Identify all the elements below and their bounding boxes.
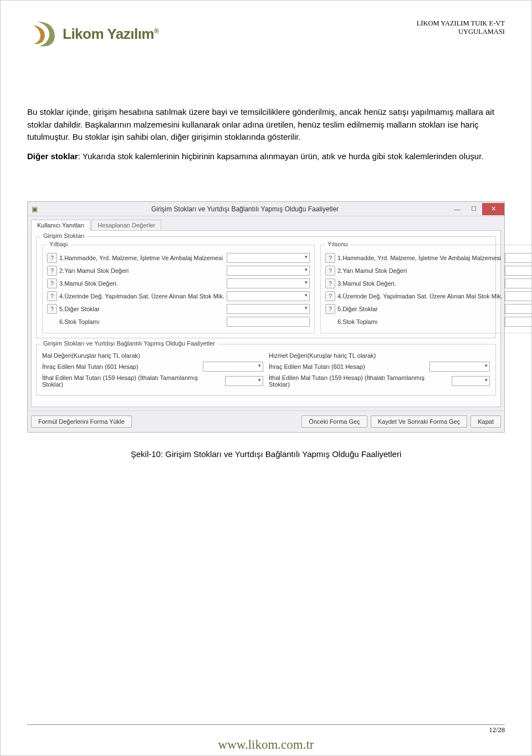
yilbasi-combo-5[interactable]: [227, 304, 310, 314]
header-line-2: UYGULAMASI: [417, 28, 505, 36]
g2-right-row-3: İthal Edilen Mal Tutarı (159 Hesap) (İth…: [269, 374, 490, 388]
p2-rest: : Yukarıda stok kalemlerinin hiçbirinin …: [78, 151, 484, 161]
g2-right-label-1: Hizmet Değeri(Kuruşlar hariç TL olarak): [269, 352, 424, 359]
yilsonu-label-2: 2.Yarı Mamul Stok Değeri: [337, 267, 503, 274]
prev-form-button[interactable]: Önceki Forma Geç: [301, 415, 367, 428]
figure-caption: Şekil-10: Girişim Stokları ve Yurtdışı B…: [27, 449, 505, 459]
g2-left-combo-2[interactable]: [203, 362, 263, 372]
yilsonu-combo-4[interactable]: [505, 291, 532, 301]
yilsonu-label-1: 1.Hammadde, Yrd. Malzeme, İşletme Ve Amb…: [337, 255, 503, 261]
yilsonu-label-6: 6.Stok Toplamı: [325, 318, 503, 325]
yilbasi-label-2: 2.Yarı Mamul Stok Değeri: [59, 267, 224, 274]
header: Likom Yazılım® LİKOM YAZILIM TUIK E-VT U…: [27, 17, 505, 50]
g2-left-combo-3[interactable]: [225, 376, 263, 386]
yilbasi-total-input[interactable]: [227, 317, 310, 327]
page-number: 12/28: [489, 726, 505, 734]
sub-left-title: Yılbaşı: [47, 241, 70, 247]
yilsonu-total-input[interactable]: [505, 317, 532, 327]
yilbasi-label-5: 5.Diğer Stoklar: [59, 306, 224, 312]
yilsonu-label-4: 4.Üzerinde Değ. Yapılmadan Sat. Üzere Al…: [337, 293, 503, 300]
tab-kullanici-yanitlari[interactable]: Kullanıcı Yanıtları: [31, 220, 90, 231]
help-icon[interactable]: ?: [47, 304, 57, 314]
g2-left-row-3: İthal Edilen Mal Tutarı (159 Hesap) (İth…: [42, 374, 263, 388]
window-controls: — ☐ ✕: [449, 203, 504, 215]
app-icon: ▣: [28, 205, 41, 213]
group-girisim-stoklari: Girişim Stokları Yılbaşı ? 1.Hammadde, Y…: [36, 236, 496, 338]
g2-left-label-1: Mal Değeri(Kuruşlar hariç TL olarak): [42, 352, 197, 359]
yilbasi-row-1: ? 1.Hammadde, Yrd. Malzeme, İşletme Ve A…: [47, 253, 310, 263]
help-icon[interactable]: ?: [325, 253, 335, 263]
maximize-button[interactable]: ☐: [466, 203, 482, 215]
yilbasi-label-6: 6.Stok Toplamı: [47, 318, 224, 325]
g2-left-row-2: İhraç Edilen Mal Tutarı (601 Hesap): [42, 362, 263, 372]
yilbasi-row-3: ? 3.Mamul Stok Değeri.: [47, 278, 310, 288]
load-formula-button[interactable]: Formül Değerlerini Forma Yükle: [31, 415, 132, 428]
save-next-button[interactable]: Kaydet Ve Sonraki Forma Geç: [371, 415, 468, 428]
button-bar: Formül Değerlerini Forma Yükle Önceki Fo…: [28, 410, 504, 432]
yilbasi-combo-2[interactable]: [227, 266, 310, 276]
subgroup-yilsonu: Yılsonu ? 1.Hammadde, Yrd. Malzeme, İşle…: [320, 245, 532, 333]
tab-body: Girişim Stokları Yılbaşı ? 1.Hammadde, Y…: [31, 230, 501, 407]
app-window: ▣ Girişim Stokları ve Yurtdışı Bağlantıl…: [27, 201, 505, 433]
yilbasi-row-6: 6.Stok Toplamı: [47, 317, 310, 327]
yilsonu-row-5: ? 5.Diğer Stoklar: [325, 304, 532, 314]
yilsonu-row-3: ? 3.Mamul Stok Değeri.: [325, 278, 532, 288]
p2-bold: Diğer stoklar: [27, 151, 78, 161]
yilsonu-row-2: ? 2.Yarı Mamul Stok Değeri: [325, 266, 532, 276]
subgroup-yilbasi: Yılbaşı ? 1.Hammadde, Yrd. Malzeme, İşle…: [42, 245, 315, 333]
yilsonu-combo-2[interactable]: [505, 266, 532, 276]
g2-right-combo-3[interactable]: [452, 376, 490, 386]
yilsonu-row-1: ? 1.Hammadde, Yrd. Malzeme, İşletme Ve A…: [325, 253, 532, 263]
yilbasi-combo-1[interactable]: [227, 253, 310, 263]
yilsonu-combo-3[interactable]: [505, 278, 532, 288]
yilbasi-row-5: ? 5.Diğer Stoklar: [47, 304, 310, 314]
yilsonu-combo-5[interactable]: [505, 304, 532, 314]
url-footer: www.likom.com.tr: [1, 738, 531, 752]
g2-left-label-2: İhraç Edilen Mal Tutarı (601 Hesap): [42, 363, 197, 370]
g2-left-label-3: İthal Edilen Mal Tutarı (159 Hesap) (İth…: [42, 374, 219, 388]
help-icon[interactable]: ?: [325, 304, 335, 314]
g2-right-combo-2[interactable]: [429, 362, 490, 372]
yilbasi-combo-3[interactable]: [227, 278, 310, 288]
help-icon[interactable]: ?: [47, 266, 57, 276]
tab-hesaplanan-degerler[interactable]: Hesaplanan Değerler: [91, 220, 161, 231]
page-footer: 12/28: [27, 724, 505, 734]
yilsonu-row-6: 6.Stok Toplamı: [325, 317, 532, 327]
yilsonu-label-3: 3.Mamul Stok Değeri.: [337, 280, 503, 287]
likom-logo-icon: [27, 17, 60, 50]
yilsonu-combo-1[interactable]: [505, 253, 532, 263]
yilsonu-label-5: 5.Diğer Stoklar: [337, 306, 503, 312]
title-bar: ▣ Girişim Stokları ve Yurtdışı Bağlantıl…: [28, 202, 504, 216]
tab-strip: Kullanıcı Yanıtları Hesaplanan Değerler: [28, 216, 504, 230]
close-button[interactable]: ✕: [482, 203, 504, 215]
yilbasi-row-4: ? 4.Üzerinde Değ. Yapılmadan Sat. Üzere …: [47, 291, 310, 301]
g2-right-label-3: İthal Edilen Mal Tutarı (159 Hesap) (İth…: [269, 374, 446, 388]
paragraph-1: Bu stoklar içinde, girişim hesabına satı…: [27, 106, 505, 144]
body-text: Bu stoklar içinde, girişim hesabına satı…: [27, 106, 505, 163]
paragraph-2: Diğer stoklar: Yukarıda stok kalemlerini…: [27, 150, 505, 163]
g2-right-row-2: İhraç Edilen Mal Tutarı (601 Hesap): [269, 362, 490, 372]
group-yurtdisi-faaliyetler: Girişim Stokları ve Yurtdışı Bağlantılı …: [36, 344, 496, 395]
help-icon[interactable]: ?: [325, 266, 335, 276]
g2-left-row-1: Mal Değeri(Kuruşlar hariç TL olarak): [42, 352, 263, 359]
logo: Likom Yazılım®: [27, 17, 158, 50]
header-right: LİKOM YAZILIM TUIK E-VT UYGULAMASI: [417, 17, 505, 36]
yilbasi-label-3: 3.Mamul Stok Değeri.: [59, 280, 224, 287]
help-icon[interactable]: ?: [325, 278, 335, 288]
group2-title: Girişim Stokları ve Yurtdışı Bağlantılı …: [41, 340, 217, 347]
sub-right-title: Yılsonu: [325, 241, 350, 247]
help-icon[interactable]: ?: [47, 253, 57, 263]
yilbasi-label-4: 4.Üzerinde Değ. Yapılmadan Sat. Üzere Al…: [59, 293, 224, 300]
group1-title: Girişim Stokları: [41, 232, 87, 239]
yilbasi-row-2: ? 2.Yarı Mamul Stok Değeri: [47, 266, 310, 276]
help-icon[interactable]: ?: [47, 291, 57, 301]
window-title: Girişim Stokları ve Yurtdışı Bağlantılı …: [41, 205, 449, 213]
header-line-1: LİKOM YAZILIM TUIK E-VT: [417, 19, 505, 28]
help-icon[interactable]: ?: [325, 291, 335, 301]
minimize-button[interactable]: —: [449, 203, 466, 215]
logo-text: Likom Yazılım®: [63, 26, 158, 43]
yilbasi-combo-4[interactable]: [227, 291, 310, 301]
close-form-button[interactable]: Kapat: [470, 415, 501, 428]
g2-right-label-2: İhraç Edilen Mal Tutarı (601 Hesap): [269, 363, 424, 370]
help-icon[interactable]: ?: [47, 278, 57, 288]
